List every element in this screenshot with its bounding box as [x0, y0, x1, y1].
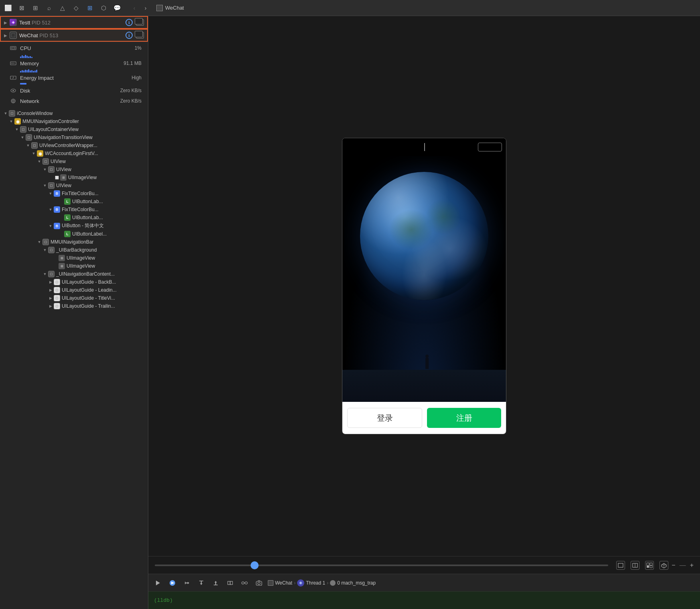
tree-item-8[interactable]: ⬜ ⊞ UIImageView [0, 173, 148, 181]
svg-rect-5 [10, 62, 16, 65]
expand-arrow-wechat[interactable]: ▶ [4, 33, 8, 38]
stop-icon[interactable]: ⊠ [18, 4, 26, 12]
copy-button-testt[interactable] [136, 19, 144, 26]
nav-forward-button[interactable]: › [141, 4, 150, 12]
tree-item-12[interactable]: ▼ B FixTitleColorBu... [0, 206, 148, 214]
debug-toolbar: WeChat › Thread 1 › 0 mach_msg_trap [148, 574, 700, 591]
register-button[interactable]: 注册 [427, 408, 501, 428]
node-badge-10: B [54, 190, 60, 197]
metric-row-cpu[interactable]: CPU 1% [0, 43, 148, 53]
tree-item-3[interactable]: ▼ □ UINavigationTransitionView [0, 133, 148, 141]
view-ctrl-grid[interactable] [645, 561, 654, 570]
node-badge-13: L [64, 214, 71, 221]
metric-name-cpu: CPU [20, 45, 135, 51]
tree-arrow-0: ▼ [3, 111, 8, 116]
metric-row-disk[interactable]: Disk Zero KB/s [0, 85, 148, 96]
breadcrumb-wechat: WeChat [275, 580, 292, 586]
copy-button-wechat[interactable] [136, 32, 144, 38]
zoom-slider-track[interactable] [155, 565, 608, 566]
tree-item-16[interactable]: ▼ □ MMUINavigationBar [0, 238, 148, 246]
tree-item-13[interactable]: L UIButtonLab... [0, 214, 148, 222]
tree-item-15[interactable]: L UIButtonLabel... [0, 230, 148, 238]
metric-row-memory[interactable]: Memory 91.1 MB [0, 58, 148, 69]
zoom-minus-button[interactable]: − [672, 562, 675, 569]
debug-frame-button[interactable] [225, 577, 236, 589]
tree-label-23: UILayoutGuide - TitleVi... [62, 295, 115, 301]
svg-marker-23 [156, 581, 160, 585]
info-button-testt[interactable]: ℹ [125, 19, 133, 26]
metric-row-network[interactable]: Network Zero KB/s [0, 96, 148, 106]
memory-icon [10, 60, 17, 67]
tree-item-6[interactable]: ▼ □ UIView [0, 157, 148, 165]
process-icon[interactable]: ⊞ [31, 4, 39, 12]
tree-item-19[interactable]: ⊞ UIImageView [0, 262, 148, 270]
node-badge-5: ◉ [37, 150, 43, 157]
view-ctrl-3d[interactable] [660, 561, 668, 570]
zoom-plus-button[interactable]: + [690, 562, 694, 569]
view-ctrl-frame[interactable] [616, 561, 625, 570]
debug-play-button[interactable] [167, 577, 178, 589]
view-ctrl-split[interactable] [631, 561, 639, 570]
debug-step-in-button[interactable] [196, 577, 207, 589]
debug-step-over-button[interactable] [181, 577, 192, 589]
phone-bottom-buttons: 登录 注册 [342, 402, 506, 434]
node-badge-12: B [54, 206, 60, 213]
toolbar-nav: ‹ › [130, 4, 150, 12]
metric-name-disk: Disk [20, 88, 120, 94]
process-row-wechat[interactable]: ▶ WeChat PID 513 ℹ [0, 29, 148, 42]
bubble-icon[interactable]: 💬 [113, 4, 121, 12]
svg-rect-16 [647, 563, 649, 565]
tree-arrow-1: ▼ [9, 119, 14, 124]
debug-toggle-button[interactable] [152, 577, 164, 589]
tree-item-1[interactable]: ▼ ◉ MMUINavigationController [0, 117, 148, 125]
tree-item-23[interactable]: ▶ □ UILayoutGuide - TitleVi... [0, 294, 148, 302]
node-badge-16: □ [42, 239, 49, 245]
tree-label-22: UILayoutGuide - Leadin... [62, 287, 117, 293]
tree-item-0[interactable]: ▼ □ iConsoleWindow [0, 109, 148, 117]
tree-item-7[interactable]: ▼ □ UIView [0, 165, 148, 173]
tree-item-5[interactable]: ▼ ◉ WCAccountLoginFirstV... [0, 149, 148, 157]
toolbar-icons: ⬜ ⊠ ⊞ ⌕ △ ◇ ⊞ ⬡ 💬 [4, 4, 121, 12]
tree-arrow-23: ▶ [48, 296, 53, 300]
tree-label-20: _UINavigationBarContent... [56, 271, 115, 277]
node-badge-9: □ [48, 182, 55, 189]
metric-value-cpu: 1% [135, 45, 142, 51]
tree-item-14[interactable]: ▼ B UIButton - 简体中文 [0, 222, 148, 230]
node-badge-14: B [54, 223, 60, 229]
tree-item-4[interactable]: ▼ □ UIViewControllerWrapper... [0, 141, 148, 149]
tree-item-9[interactable]: ▼ □ UIView [0, 181, 148, 190]
warning-icon[interactable]: △ [59, 4, 67, 12]
breadcrumb-thread: Thread 1 [297, 579, 325, 587]
expand-arrow-testt[interactable]: ▶ [4, 20, 8, 25]
tree-item-11[interactable]: L UIButtonLab... [0, 198, 148, 206]
tag-icon[interactable]: ⬡ [99, 4, 107, 12]
tree-item-2[interactable]: ▼ □ UILayoutContainerView [0, 125, 148, 133]
grid-icon[interactable]: ⊞ [86, 4, 94, 12]
tree-item-21[interactable]: ▶ □ UILayoutGuide - BackB... [0, 278, 148, 286]
tree-item-18[interactable]: ⊞ UIImageView [0, 254, 148, 262]
folder-icon[interactable]: ⬜ [4, 4, 12, 12]
tree-arrow-3: ▼ [20, 135, 25, 140]
nav-back-button[interactable]: ‹ [130, 4, 139, 12]
tree-item-10[interactable]: ▼ B FixTitleColorBu... [0, 190, 148, 198]
earth-floor [342, 370, 506, 402]
login-button[interactable]: 登录 [347, 408, 422, 428]
process-row-testt[interactable]: ▶ Testt PID 512 ℹ [0, 16, 148, 29]
debug-connect-button[interactable] [239, 577, 250, 589]
tree-arrow-12: ▼ [48, 207, 53, 212]
debug-step-out-button[interactable] [210, 577, 221, 589]
info-button-wechat[interactable]: ℹ [125, 32, 133, 39]
node-badge-8: ⊞ [60, 174, 67, 181]
search-icon[interactable]: ⌕ [45, 4, 53, 12]
tree-arrow-6: ▼ [37, 159, 42, 164]
earth-sphere [360, 172, 488, 300]
tree-item-20[interactable]: ▼ □ _UINavigationBarContent... [0, 270, 148, 278]
tree-item-17[interactable]: ▼ □ _UIBarBackground [0, 246, 148, 254]
zoom-slider-thumb[interactable] [251, 561, 259, 569]
tree-item-22[interactable]: ▶ □ UILayoutGuide - Leadin... [0, 286, 148, 294]
shape-icon[interactable]: ◇ [72, 4, 80, 12]
debug-camera-button[interactable] [253, 577, 265, 589]
tree-item-24[interactable]: ▶ □ UILayoutGuide - Trailin... [0, 302, 148, 310]
metric-row-energy[interactable]: Energy Impact High [0, 73, 148, 83]
top-toolbar: ⬜ ⊠ ⊞ ⌕ △ ◇ ⊞ ⬡ 💬 ‹ › WeChat [0, 0, 700, 16]
